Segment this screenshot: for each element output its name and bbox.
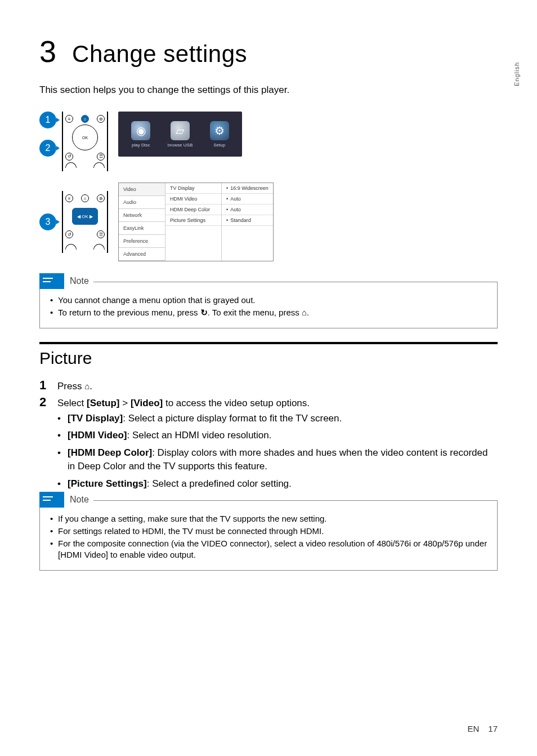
remote-btn-icon: ≡ — [65, 194, 73, 202]
arc-icon — [65, 162, 77, 168]
chapter-heading: 3 Change settings — [39, 34, 498, 69]
picture-options-list: [TV Display]: Select a picture display f… — [39, 412, 498, 491]
intro-paragraph: This section helps you to change the set… — [39, 85, 498, 96]
note-box-2: Note If you change a setting, make sure … — [39, 500, 498, 571]
remote-btn-home-icon: ⌂ — [81, 115, 89, 123]
gear-icon: ⚙ — [210, 121, 229, 140]
settings-row: HDMI Deep Color — [165, 204, 221, 215]
arc-icon — [93, 162, 105, 168]
step-text: Press . — [57, 381, 92, 392]
remote-btn-back-icon: ↺ — [65, 230, 73, 238]
diagram-row-2: 3 ≡ ⌂ ⊚ ◀ OK ▶ ↺ ☰ Video Audio Network E… — [39, 183, 498, 261]
manual-page: English 3 Change settings This section h… — [0, 0, 537, 756]
remote-illustration: ≡ ⌂ ⊚ ↺ ☰ — [62, 112, 108, 171]
settings-tab-preference: Preference — [119, 235, 165, 248]
back-icon — [200, 308, 208, 317]
disc-icon: ◉ — [131, 121, 150, 140]
diagram-row-1: 1 2 ≡ ⌂ ⊚ ↺ ☰ ◉ play Disc ▱ br — [39, 112, 498, 171]
footer-page: 17 — [488, 724, 498, 733]
remote-dpad-highlight-icon: ◀ OK ▶ — [72, 208, 98, 225]
settings-tab-video: Video — [119, 183, 165, 196]
settings-row: HDMI Video — [165, 194, 221, 204]
steps-list: 1 Press . 2 Select [Setup] > [Video] to … — [39, 378, 498, 410]
step-bubble-3: 3 — [39, 214, 56, 230]
note-item: For the composite connection (via the VI… — [50, 538, 489, 561]
list-item: [Picture Settings]: Select a predefined … — [57, 477, 498, 491]
step-bubble-1: 1 — [39, 112, 56, 128]
home-menu-setup: ⚙ Setup — [210, 121, 229, 148]
settings-tab-audio: Audio — [119, 196, 165, 209]
list-item: [HDMI Video]: Select an HDMI video resol… — [57, 429, 498, 443]
note-item: For settings related to HDMI, the TV mus… — [50, 526, 489, 537]
chapter-number: 3 — [39, 34, 56, 69]
note-item: If you change a setting, make sure that … — [50, 513, 489, 524]
home-icon — [302, 308, 307, 317]
step-number: 2 — [39, 395, 50, 410]
settings-tab-advanced: Advanced — [119, 248, 165, 261]
list-item: [HDMI Deep Color]: Display colors with m… — [57, 446, 498, 474]
note-icon — [39, 492, 64, 508]
footer-lang: EN — [467, 724, 479, 733]
home-menu-browse-usb: ▱ browse USB — [168, 121, 193, 148]
note-label: Note — [64, 492, 93, 507]
page-footer: EN 17 — [467, 724, 498, 733]
remote-btn-top-left-icon: ≡ — [65, 115, 73, 123]
step-number: 1 — [39, 378, 50, 393]
note-item: You cannot change a menu option that is … — [50, 295, 489, 306]
note-box-1: Note You cannot change a menu option tha… — [39, 282, 498, 328]
note-tab: Note — [39, 273, 93, 289]
remote-btn-home-icon: ⌂ — [81, 194, 89, 202]
step-bubble-2: 2 — [39, 140, 56, 157]
note-label: Note — [64, 274, 93, 288]
settings-tab-easylink: EasyLink — [119, 222, 165, 235]
section-title-picture: Picture — [39, 349, 498, 368]
settings-value: Auto — [222, 194, 273, 204]
remote-btn-icon: ⊚ — [97, 194, 105, 202]
home-menu-screenshot: ◉ play Disc ▱ browse USB ⚙ Setup — [118, 112, 242, 157]
settings-value: Auto — [222, 204, 273, 215]
settings-menu-screenshot: Video Audio Network EasyLink Preference … — [118, 183, 274, 261]
section-divider — [39, 342, 498, 344]
settings-tab-network: Network — [119, 209, 165, 222]
note-item: To return to the previous menu, press . … — [50, 307, 489, 318]
usb-icon: ▱ — [171, 121, 190, 140]
settings-row: Picture Settings — [165, 215, 221, 226]
remote-btn-options-icon: ☰ — [97, 153, 105, 161]
note-icon — [39, 273, 64, 289]
remote-btn-back-icon: ↺ — [65, 153, 73, 161]
arc-icon — [93, 244, 105, 250]
home-icon — [84, 381, 90, 392]
remote-dpad-icon — [72, 124, 98, 150]
settings-value: 16:9 Widescreen — [222, 183, 273, 194]
remote-btn-options-icon: ☰ — [97, 230, 105, 238]
step-1: 1 Press . — [39, 378, 498, 393]
settings-row: TV Display — [165, 183, 221, 194]
language-side-label: English — [513, 62, 520, 86]
settings-value: Standard — [222, 215, 273, 226]
step-2: 2 Select [Setup] > [Video] to access the… — [39, 395, 498, 410]
arc-icon — [65, 244, 77, 250]
remote-btn-top-right-icon: ⊚ — [97, 115, 105, 123]
note-tab: Note — [39, 492, 93, 508]
home-menu-item-label: Setup — [213, 143, 225, 148]
home-menu-play-disc: ◉ play Disc — [131, 121, 150, 148]
remote-illustration-2: ≡ ⌂ ⊚ ◀ OK ▶ ↺ ☰ — [62, 191, 108, 253]
step-text: Select [Setup] > [Video] to access the v… — [57, 398, 310, 409]
list-item: [TV Display]: Select a picture display f… — [57, 412, 498, 426]
chapter-title-text: Change settings — [72, 41, 247, 68]
home-menu-item-label: browse USB — [168, 143, 193, 148]
home-menu-item-label: play Disc — [132, 143, 150, 148]
